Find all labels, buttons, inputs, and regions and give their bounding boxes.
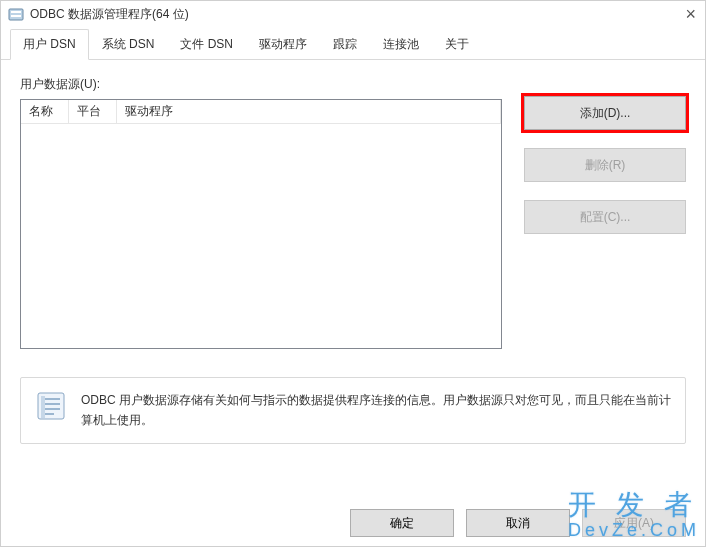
tab-about[interactable]: 关于 (432, 29, 482, 59)
configure-button: 配置(C)... (524, 200, 686, 234)
tab-file-dsn[interactable]: 文件 DSN (167, 29, 246, 59)
svg-rect-8 (41, 396, 45, 418)
cancel-button[interactable]: 取消 (466, 509, 570, 537)
data-source-list[interactable]: 名称 平台 驱动程序 (20, 99, 502, 349)
ok-button[interactable]: 确定 (350, 509, 454, 537)
dialog-footer: 确定 取消 应用(A) (0, 509, 706, 537)
window-title: ODBC 数据源管理程序(64 位) (30, 6, 189, 23)
titlebar: ODBC 数据源管理程序(64 位) ˇ × (0, 0, 706, 30)
tab-system-dsn[interactable]: 系统 DSN (89, 29, 168, 59)
side-buttons: 添加(D)... 删除(R) 配置(C)... (524, 96, 686, 234)
svg-rect-1 (11, 11, 21, 13)
tab-user-dsn[interactable]: 用户 DSN (10, 29, 89, 60)
tab-connection-pooling[interactable]: 连接池 (370, 29, 432, 59)
svg-rect-0 (9, 9, 23, 20)
tab-drivers[interactable]: 驱动程序 (246, 29, 320, 59)
tabs: 用户 DSN 系统 DSN 文件 DSN 驱动程序 跟踪 连接池 关于 (0, 30, 706, 60)
col-name[interactable]: 名称 (21, 100, 69, 123)
tab-tracing[interactable]: 跟踪 (320, 29, 370, 59)
col-platform[interactable]: 平台 (69, 100, 117, 123)
list-header: 名称 平台 驱动程序 (21, 100, 501, 124)
info-panel: ODBC 用户数据源存储有关如何与指示的数据提供程序连接的信息。用户数据源只对您… (20, 377, 686, 444)
info-text: ODBC 用户数据源存储有关如何与指示的数据提供程序连接的信息。用户数据源只对您… (81, 390, 671, 431)
remove-button: 删除(R) (524, 148, 686, 182)
svg-rect-2 (11, 15, 21, 17)
add-button[interactable]: 添加(D)... (524, 96, 686, 130)
col-driver[interactable]: 驱动程序 (117, 100, 501, 123)
apply-button: 应用(A) (582, 509, 686, 537)
user-datasource-label: 用户数据源(U): (20, 76, 686, 93)
info-sheet-icon (35, 390, 67, 422)
close-icon[interactable]: × (685, 4, 696, 25)
odbc-app-icon (8, 7, 24, 23)
tab-content: 用户数据源(U): 名称 平台 驱动程序 添加(D)... 删除(R) 配置(C… (0, 60, 706, 454)
